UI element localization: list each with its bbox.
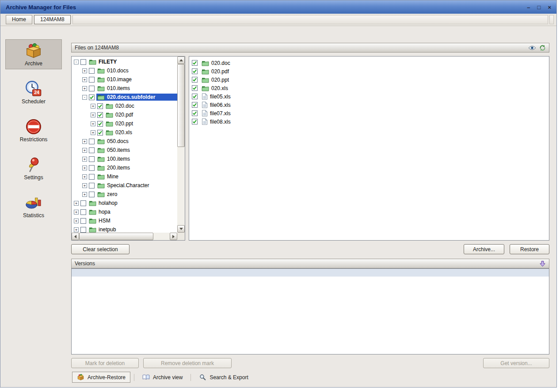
file-row-file07-xls[interactable]: file07.xls bbox=[192, 109, 546, 117]
expand-icon[interactable]: + bbox=[74, 219, 79, 223]
tree-node-main[interactable]: 020.xls bbox=[105, 129, 134, 136]
expand-icon[interactable]: + bbox=[91, 121, 95, 126]
file-row-file05-xls[interactable]: file05.xls bbox=[192, 92, 546, 101]
tree-node-main[interactable]: 050.items bbox=[96, 147, 132, 154]
tab-search-export[interactable]: Search & Export bbox=[194, 372, 252, 382]
tree-node-main[interactable]: zero bbox=[96, 191, 119, 198]
tree-node-main[interactable]: Special.Character bbox=[96, 182, 151, 189]
tree-checkbox[interactable] bbox=[89, 156, 95, 162]
tab-archive-view[interactable]: Archive view bbox=[138, 372, 187, 382]
tree-node-main[interactable]: 100.items bbox=[96, 155, 132, 162]
tree-node-020-ppt[interactable]: +020.ppt bbox=[72, 119, 177, 128]
tree-checkbox[interactable] bbox=[80, 209, 86, 215]
tree-node-zero[interactable]: +zero bbox=[72, 190, 177, 199]
tree-node-main[interactable]: 020.pdf bbox=[105, 111, 135, 118]
tree-node-hsm[interactable]: +HSM bbox=[72, 216, 177, 225]
tree-checkbox[interactable] bbox=[80, 227, 86, 233]
tree-node-main[interactable]: 010.items bbox=[96, 85, 132, 92]
close-button[interactable]: × bbox=[548, 4, 551, 10]
tree-node-main[interactable]: holahop bbox=[88, 200, 119, 207]
tree-node-main[interactable]: 050.docs bbox=[96, 138, 130, 145]
expand-icon[interactable]: + bbox=[82, 77, 87, 82]
file-row-020-xls[interactable]: 020.xls bbox=[192, 84, 546, 92]
expand-icon[interactable]: + bbox=[82, 148, 87, 153]
tree-node-main[interactable]: 010.image bbox=[96, 76, 133, 83]
file-row-file06-xls[interactable]: file06.xls bbox=[192, 101, 546, 109]
file-checkbox[interactable] bbox=[192, 68, 198, 74]
scroll-down-button[interactable] bbox=[177, 225, 185, 233]
tree-checkbox[interactable] bbox=[89, 77, 95, 83]
tree-checkbox[interactable] bbox=[89, 192, 95, 197]
tree-node-020-pdf[interactable]: +020.pdf bbox=[72, 110, 177, 119]
vertical-scroll-thumb[interactable] bbox=[177, 64, 185, 147]
archive-button[interactable]: Archive... bbox=[464, 244, 504, 254]
tree-checkbox[interactable] bbox=[89, 165, 95, 171]
tree-node-010-image[interactable]: +010.image bbox=[72, 75, 177, 84]
expand-icon[interactable]: + bbox=[82, 157, 87, 162]
tab-124mam8[interactable]: 124MAM8 bbox=[34, 15, 71, 24]
scroll-up-button[interactable] bbox=[177, 57, 185, 64]
maximize-button[interactable]: □ bbox=[537, 4, 541, 10]
tree-node-010-items[interactable]: +010.items bbox=[72, 84, 177, 93]
tree-node-main[interactable]: 020.docs.subfolder bbox=[96, 94, 177, 101]
expand-icon[interactable]: + bbox=[82, 166, 87, 170]
file-checkbox[interactable] bbox=[192, 102, 198, 108]
file-checkbox[interactable] bbox=[192, 94, 198, 99]
tree-checkbox[interactable] bbox=[80, 59, 86, 65]
collapse-icon[interactable]: - bbox=[74, 60, 79, 64]
tree-checkbox[interactable] bbox=[89, 139, 95, 144]
tree-node-200-items[interactable]: +200.items bbox=[72, 163, 177, 172]
file-row-020-ppt[interactable]: 020.ppt bbox=[192, 75, 546, 84]
tree-node-inetpub[interactable]: +inetpub bbox=[72, 225, 177, 233]
remove-deletion-mark-button[interactable]: Remove deletion mark bbox=[143, 358, 232, 368]
tree-vertical-scrollbar[interactable] bbox=[177, 57, 185, 233]
expand-icon[interactable]: + bbox=[91, 113, 95, 117]
tree-node-main[interactable]: Mine bbox=[96, 173, 120, 180]
tree-node-main[interactable]: HSM bbox=[88, 217, 112, 224]
tree-node-main[interactable]: 010.docs bbox=[96, 67, 130, 74]
tree-checkbox[interactable] bbox=[80, 218, 86, 224]
tree-node-020-docs-subfolder[interactable]: -020.docs.subfolder bbox=[72, 93, 177, 102]
expand-icon[interactable]: + bbox=[74, 227, 79, 232]
file-row-020-pdf[interactable]: 020.pdf bbox=[192, 67, 546, 75]
tree-node-holahop[interactable]: +holahop bbox=[72, 199, 177, 207]
mark-for-deletion-button[interactable]: Mark for deletion bbox=[71, 358, 139, 368]
tree-node-special-character[interactable]: +Special.Character bbox=[72, 181, 177, 190]
tab-home[interactable]: Home bbox=[6, 15, 32, 24]
expand-icon[interactable]: + bbox=[82, 139, 87, 144]
scroll-right-button[interactable] bbox=[170, 233, 177, 240]
refresh-icon[interactable] bbox=[539, 45, 546, 51]
tree-checkbox[interactable] bbox=[97, 103, 103, 109]
tree-checkbox[interactable] bbox=[89, 183, 95, 188]
tree-node-020-xls[interactable]: +020.xls bbox=[72, 128, 177, 137]
tree-node-main[interactable]: FILETY bbox=[88, 58, 118, 65]
file-checkbox[interactable] bbox=[192, 77, 198, 83]
tree-node-filety[interactable]: -FILETY bbox=[72, 57, 177, 66]
sidebar-item-restrictions[interactable]: Restrictions bbox=[5, 115, 62, 145]
minimize-button[interactable]: – bbox=[527, 4, 530, 10]
expand-icon[interactable]: + bbox=[74, 201, 79, 206]
sidebar-item-settings[interactable]: Settings bbox=[5, 153, 62, 183]
tree-checkbox[interactable] bbox=[89, 94, 95, 100]
tree-checkbox[interactable] bbox=[97, 112, 103, 118]
collapse-icon[interactable]: - bbox=[82, 95, 87, 100]
expand-icon[interactable]: + bbox=[91, 130, 95, 135]
view-icon[interactable] bbox=[528, 45, 536, 51]
tree-checkbox[interactable] bbox=[89, 174, 95, 180]
tree-node-main[interactable]: 020.ppt bbox=[105, 120, 135, 127]
file-checkbox[interactable] bbox=[192, 110, 198, 116]
sidebar-item-statistics[interactable]: Statistics bbox=[5, 191, 62, 221]
tree-node-100-items[interactable]: +100.items bbox=[72, 155, 177, 163]
tree-node-010-docs[interactable]: +010.docs bbox=[72, 66, 177, 75]
tree-node-hopa[interactable]: +hopa bbox=[72, 207, 177, 216]
tree-checkbox[interactable] bbox=[97, 130, 103, 136]
tree-checkbox[interactable] bbox=[97, 121, 103, 127]
clear-selection-button[interactable]: Clear selection bbox=[71, 244, 130, 254]
file-checkbox[interactable] bbox=[192, 119, 198, 124]
expand-icon[interactable]: + bbox=[82, 183, 87, 188]
expand-icon[interactable]: + bbox=[82, 68, 87, 73]
tree-node-020-doc[interactable]: +020.doc bbox=[72, 102, 177, 110]
file-checkbox[interactable] bbox=[192, 85, 198, 91]
sidebar-item-scheduler[interactable]: 24Scheduler bbox=[5, 77, 62, 107]
tree-node-main[interactable]: 200.items bbox=[96, 164, 132, 171]
